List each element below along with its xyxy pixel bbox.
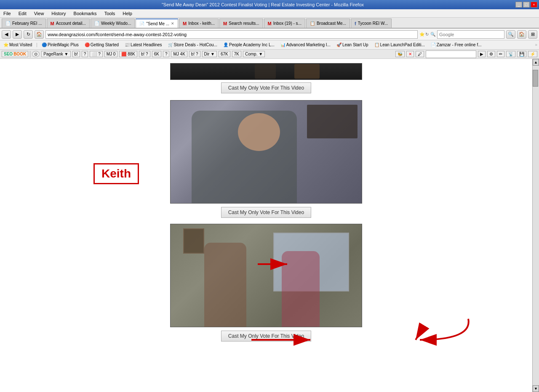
minimize-button[interactable]: _ bbox=[515, 2, 522, 8]
tab-inbox[interactable]: M Inbox - keith... bbox=[179, 19, 219, 28]
bookmark-zamzar[interactable]: 📄 Zamzar - Free online f... bbox=[429, 42, 483, 48]
title-bar: "Send Me Away Dean" 2012 Contest Finalis… bbox=[0, 0, 539, 9]
bookmark-store[interactable]: 🛒 Store Deals - HotCou... bbox=[166, 42, 219, 48]
tab-february-rei[interactable]: 📄 February REI ... bbox=[2, 19, 46, 28]
scroll-thumb[interactable] bbox=[533, 70, 538, 87]
video-top-container: Cast My Only Vote For This Video bbox=[170, 63, 362, 98]
count-6k[interactable]: 6K bbox=[152, 51, 161, 57]
misc-tool-1[interactable]: 🐝 bbox=[395, 51, 405, 57]
bookmark-getting-started[interactable]: 🔴 Getting Started bbox=[83, 42, 120, 48]
scrollbar-right: ▲ ▼ bbox=[532, 59, 539, 392]
tab-weekly[interactable]: 📄 Weekly Wisdo... bbox=[91, 19, 135, 28]
toolbar-misc-c[interactable]: 📡 bbox=[506, 51, 515, 57]
toolbar-search[interactable] bbox=[426, 50, 476, 58]
menu-tools[interactable]: Tools bbox=[103, 11, 117, 16]
scroll-up-button[interactable]: ▲ bbox=[533, 59, 539, 66]
bookmark-lean[interactable]: 🚀 Lean Start Up bbox=[335, 42, 370, 48]
b-tool-3[interactable]: b! ? bbox=[139, 51, 150, 57]
vote-button-keith[interactable]: Cast My Only Vote For This Video bbox=[221, 207, 311, 218]
content-inner: Cast My Only Vote For This Video bbox=[0, 63, 532, 346]
bookmark-marketing[interactable]: 📊 Advanced Marketing I... bbox=[279, 42, 332, 48]
bookmark-pinletmagic[interactable]: 🔵 PinletMagic Plus bbox=[40, 42, 80, 48]
svg-line-3 bbox=[416, 329, 422, 340]
tab-send-me[interactable]: 📄 "Send Me ... ✕ bbox=[136, 19, 178, 28]
q-tool-2[interactable]: ? bbox=[163, 51, 170, 57]
view-button[interactable]: 🏠 bbox=[517, 30, 526, 39]
bookmark-people[interactable]: 👤 People Academy Inc L... bbox=[221, 42, 276, 48]
tab-label: Inbox (19) - s... bbox=[273, 21, 302, 26]
search-input[interactable] bbox=[437, 30, 504, 39]
count-7k[interactable]: 7K bbox=[232, 51, 241, 57]
browser-area: Cast My Only Vote For This Video bbox=[0, 59, 539, 392]
video-top[interactable] bbox=[170, 63, 362, 80]
address-bar: ◀ ▶ ↻ 🏠 ⭐ ↻ 🔍 🔍 🏠 ⊞ bbox=[0, 29, 539, 40]
tab-label: Account detail... bbox=[56, 21, 86, 26]
couple-section: Cast My Only Vote For This Video bbox=[170, 224, 362, 346]
menu-view[interactable]: View bbox=[32, 11, 46, 16]
q-tool-1[interactable]: ? bbox=[82, 51, 88, 57]
forward-button[interactable]: ▶ bbox=[13, 30, 22, 39]
keith-section: Keith bbox=[60, 100, 472, 224]
b-tool-2[interactable]: ⬜ ? bbox=[90, 51, 102, 57]
count-4k[interactable]: MJ 4K bbox=[171, 51, 187, 57]
keith-annotation-label: Keith bbox=[93, 163, 139, 184]
toolbar2: SEOBOOK ⊙ PageRank ▼ b! ? ⬜ ? MJ 0 🟥 88K… bbox=[0, 50, 539, 59]
comp-tool[interactable]: Comp. ▼ bbox=[243, 51, 265, 57]
circle-icon[interactable]: ⊙ bbox=[32, 51, 40, 57]
title-bar-buttons: _ □ × bbox=[515, 2, 537, 8]
tab-label: Inbox - keith... bbox=[188, 21, 215, 26]
home-button[interactable]: 🏠 bbox=[35, 30, 44, 39]
b-tool-4[interactable]: b! ? bbox=[189, 51, 200, 57]
video-couple[interactable] bbox=[170, 224, 362, 327]
bookmarks-bar: ⭐ Most Visited | 🔵 PinletMagic Plus 🔴 Ge… bbox=[0, 40, 539, 50]
menu-edit[interactable]: Edit bbox=[17, 11, 28, 16]
menu-bookmarks[interactable]: Bookmarks bbox=[72, 11, 99, 16]
tab-label: Search results... bbox=[229, 21, 259, 26]
menu-history[interactable]: History bbox=[50, 11, 67, 16]
scroll-track[interactable] bbox=[533, 66, 539, 385]
search-go-button[interactable]: 🔍 bbox=[506, 30, 515, 39]
dir-tool[interactable]: Dir ▼ bbox=[202, 51, 217, 57]
tab-tycoon[interactable]: f Tycoon REI W... bbox=[351, 19, 392, 28]
menu-file[interactable]: File bbox=[2, 11, 13, 16]
address-input[interactable] bbox=[45, 30, 418, 39]
tab-label: Weekly Wisdo... bbox=[101, 21, 131, 26]
bookmark-most-visited[interactable]: ⭐ Most Visited bbox=[2, 42, 34, 48]
b88k-tool[interactable]: 🟥 88K bbox=[119, 51, 137, 57]
menu-bar: File Edit View History Bookmarks Tools H… bbox=[0, 9, 539, 18]
bookmark-headlines[interactable]: 📰 Latest Headlines bbox=[123, 42, 164, 48]
toolbar-misc-a[interactable]: ⚙ bbox=[487, 51, 495, 57]
maximize-button[interactable]: □ bbox=[523, 2, 530, 8]
count-67k[interactable]: 67K bbox=[219, 51, 230, 57]
fullscreen-button[interactable]: ⊞ bbox=[528, 30, 537, 39]
menu-help[interactable]: Help bbox=[121, 11, 134, 16]
tab-label: "Send Me ... bbox=[146, 21, 169, 26]
misc-tool-2[interactable]: ✕ bbox=[406, 51, 414, 57]
tab-search[interactable]: M Search results... bbox=[219, 19, 263, 28]
content-area: Cast My Only Vote For This Video bbox=[0, 59, 532, 392]
tab-close-icon[interactable]: ✕ bbox=[171, 21, 174, 26]
toolbar-misc-d[interactable]: 💾 bbox=[517, 51, 526, 57]
tab-label: Tycoon REI W... bbox=[358, 21, 388, 26]
toolbar-misc-b[interactable]: ✏ bbox=[497, 51, 504, 57]
vote-button-top[interactable]: Cast My Only Vote For This Video bbox=[221, 82, 311, 93]
video-keith[interactable] bbox=[170, 100, 362, 204]
refresh-button[interactable]: ↻ bbox=[24, 30, 33, 39]
tab-label: February REI ... bbox=[12, 21, 42, 26]
title-bar-text: "Send Me Away Dean" 2012 Contest Finalis… bbox=[162, 2, 364, 7]
tab-broadcast[interactable]: 📋 Broadcast Me... bbox=[306, 19, 350, 28]
seobook-tool[interactable]: SEOBOOK bbox=[2, 51, 28, 57]
b-tool-1[interactable]: b! bbox=[72, 51, 80, 57]
tab-account[interactable]: M Account detail... bbox=[47, 19, 90, 28]
bookmark-launchpad[interactable]: 📋 Lean LaunchPad Editi... bbox=[373, 42, 427, 48]
vote-button-couple[interactable]: Cast My Only Vote For This Video bbox=[221, 331, 311, 342]
close-button[interactable]: × bbox=[531, 2, 537, 8]
misc-tool-3[interactable]: 🖊 bbox=[416, 51, 424, 57]
back-button[interactable]: ◀ bbox=[2, 30, 11, 39]
mj-tool[interactable]: MJ 0 bbox=[104, 51, 118, 57]
toolbar-misc-e[interactable]: ⚡ bbox=[528, 51, 537, 57]
tab-inbox19[interactable]: M Inbox (19) - s... bbox=[264, 19, 305, 28]
toolbar-go[interactable]: ▶ bbox=[478, 51, 486, 57]
pagerank-tool[interactable]: PageRank ▼ bbox=[41, 51, 70, 57]
scroll-down-button[interactable]: ▼ bbox=[533, 385, 539, 392]
